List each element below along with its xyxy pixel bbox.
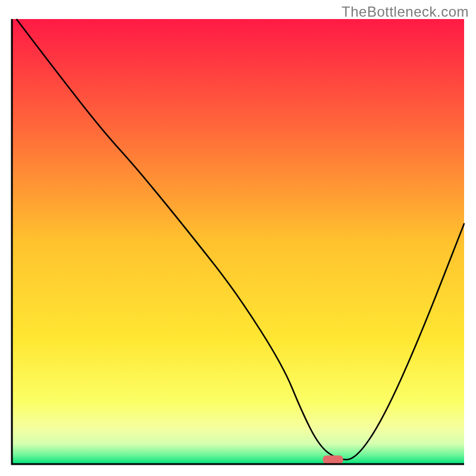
bottleneck-chart: [0, 0, 476, 476]
optimal-marker: [323, 456, 343, 464]
watermark-text: TheBottleneck.com: [342, 4, 469, 20]
gradient-background: [12, 19, 464, 464]
chart-container: TheBottleneck.com: [0, 0, 476, 476]
